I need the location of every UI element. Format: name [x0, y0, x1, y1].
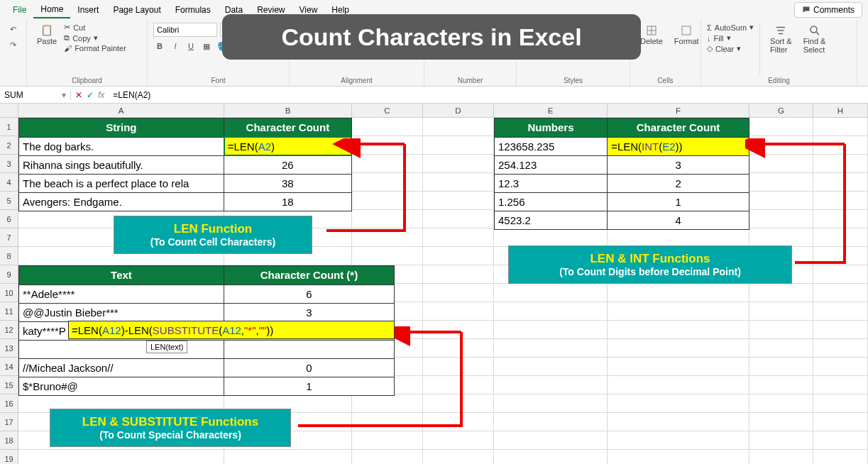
grid-cell[interactable] — [813, 265, 868, 284]
formula-input[interactable]: =LEN(A2) — [109, 90, 868, 100]
col-header-F[interactable]: F — [608, 104, 749, 117]
grid-cell[interactable] — [352, 210, 423, 228]
row-header-19[interactable]: 19 — [0, 450, 18, 464]
grid-cell[interactable] — [494, 358, 608, 376]
grid-cell[interactable] — [749, 339, 813, 358]
cell-F5[interactable]: 1 — [608, 192, 749, 211]
col-header-B[interactable]: B — [224, 104, 352, 117]
cell-E5[interactable]: 1.256 — [495, 192, 608, 211]
tab-formulas[interactable]: Formulas — [168, 2, 218, 18]
grid-cell[interactable] — [749, 302, 813, 321]
cell-A12[interactable]: katy****P — [19, 321, 69, 340]
cell-A11[interactable]: @@Justin Bieber*** — [19, 303, 224, 321]
grid-cell[interactable] — [749, 394, 813, 413]
col-header-A[interactable]: A — [18, 104, 224, 117]
row-header-18[interactable]: 18 — [0, 431, 18, 450]
name-box[interactable]: SUM▾ — [0, 90, 71, 100]
grid-cell[interactable] — [423, 450, 494, 464]
grid-cell[interactable] — [423, 155, 494, 173]
grid-cell[interactable] — [749, 284, 813, 302]
grid-cell[interactable] — [813, 173, 868, 192]
grid-cell[interactable] — [423, 265, 494, 284]
grid-cell[interactable] — [494, 450, 608, 464]
grid-cell[interactable] — [423, 321, 494, 339]
cell-B10[interactable]: 6 — [224, 285, 394, 303]
cell-E6[interactable]: 4523.2 — [495, 211, 608, 229]
grid-cell[interactable] — [423, 431, 494, 450]
col-header-D[interactable]: D — [423, 104, 494, 117]
grid-cell[interactable] — [608, 450, 749, 464]
cell-B5[interactable]: 18 — [224, 192, 351, 211]
grid-cell[interactable] — [813, 228, 868, 247]
tab-insert[interactable]: Insert — [70, 2, 106, 18]
grid-cell[interactable] — [494, 302, 608, 321]
cut-button[interactable]: ✂ Cut — [64, 23, 126, 32]
grid-cell[interactable] — [352, 192, 423, 210]
grid-cell[interactable] — [423, 339, 494, 358]
grid-cell[interactable] — [608, 358, 749, 376]
cell-B2[interactable]: =LEN(A2) — [224, 137, 351, 155]
grid-cell[interactable] — [749, 431, 813, 450]
undo-icon[interactable]: ↶ — [7, 23, 20, 35]
comments-button[interactable]: Comments — [794, 2, 862, 18]
grid-cell[interactable] — [608, 284, 749, 302]
cell-F2[interactable]: =LEN(INT(E2)) — [608, 137, 749, 155]
grid-cell[interactable] — [813, 339, 868, 358]
grid-cell[interactable] — [608, 413, 749, 431]
cell-E3[interactable]: 254.123 — [495, 155, 608, 174]
cell-A15[interactable]: $*Bruno#@ — [19, 377, 224, 395]
grid-cell[interactable] — [813, 450, 868, 464]
select-all-corner[interactable] — [0, 104, 18, 117]
font-name-input[interactable] — [153, 23, 217, 37]
cell-A4[interactable]: The beach is a perfect place to rela — [19, 174, 224, 192]
cell-A10[interactable]: **Adele**** — [19, 285, 224, 303]
grid-cell[interactable] — [608, 228, 749, 247]
grid-cell[interactable] — [423, 413, 494, 431]
cell-B14[interactable]: 0 — [224, 358, 394, 377]
row-header-12[interactable]: 12 — [0, 321, 18, 339]
row-header-10[interactable]: 10 — [0, 284, 18, 302]
grid-cell[interactable] — [494, 431, 608, 450]
grid-cell[interactable] — [608, 321, 749, 339]
col-header-E[interactable]: E — [494, 104, 608, 117]
grid-cell[interactable] — [352, 413, 423, 431]
grid-cell[interactable] — [813, 247, 868, 265]
grid-cell[interactable] — [813, 413, 868, 431]
copy-button[interactable]: ⧉ Copy ▾ — [64, 33, 126, 43]
grid-cell[interactable] — [423, 228, 494, 247]
grid-cell[interactable] — [749, 210, 813, 228]
row-header-6[interactable]: 6 — [0, 210, 18, 228]
grid-cell[interactable] — [749, 413, 813, 431]
grid-cell[interactable] — [813, 394, 868, 413]
row-header-4[interactable]: 4 — [0, 173, 18, 192]
grid-cell[interactable] — [494, 321, 608, 339]
grid-cell[interactable] — [749, 228, 813, 247]
grid-cell[interactable] — [423, 118, 494, 136]
grid-cell[interactable] — [423, 358, 494, 376]
grid-cell[interactable] — [352, 136, 423, 155]
cell-A13[interactable] — [19, 340, 224, 358]
grid-cell[interactable] — [749, 136, 813, 155]
row-header-11[interactable]: 11 — [0, 302, 18, 321]
cell-F6[interactable]: 4 — [608, 211, 749, 229]
grid-cell[interactable] — [749, 192, 813, 210]
grid-cell[interactable] — [749, 376, 813, 394]
find-select-button[interactable]: Find & Select — [799, 23, 830, 55]
format-button[interactable]: Format — [670, 23, 703, 47]
grid-cell[interactable] — [423, 210, 494, 228]
grid-cell[interactable] — [352, 247, 423, 265]
col-header-H[interactable]: H — [813, 104, 868, 117]
row-header-13[interactable]: 13 — [0, 339, 18, 358]
grid-cell[interactable] — [352, 394, 423, 413]
grid-cell[interactable] — [352, 173, 423, 192]
grid-cell[interactable] — [423, 376, 494, 394]
grid-cell[interactable] — [352, 228, 423, 247]
cell-A3[interactable]: Rihanna sings beautifully. — [19, 155, 224, 174]
cell-F3[interactable]: 3 — [608, 155, 749, 174]
enter-icon[interactable]: ✓ — [87, 90, 94, 100]
grid-cell[interactable] — [813, 118, 868, 136]
grid-cell[interactable] — [749, 173, 813, 192]
grid-cell[interactable] — [749, 450, 813, 464]
grid-cell[interactable] — [423, 302, 494, 321]
row-header-1[interactable]: 1 — [0, 118, 18, 136]
